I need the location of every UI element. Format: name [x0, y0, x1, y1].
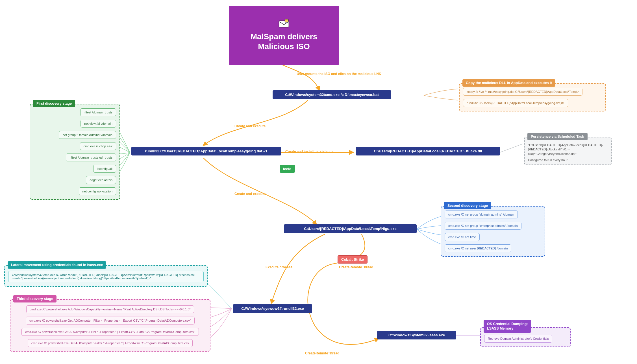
- cmd-pill: cmd.exe /C powershell.exe Get-ADComputer…: [21, 328, 199, 336]
- tag-iceid: IceId: [280, 165, 295, 173]
- group-third-discovery: Third discovery stage cmd.exe /C powersh…: [10, 299, 210, 352]
- edge-label-exec: Execute process: [266, 265, 292, 269]
- node-syswow[interactable]: C:\Windows\syswow64\rundll32.exe: [233, 304, 312, 313]
- cmd-pill: net view /all /domain: [81, 120, 116, 128]
- cmd-pill: cmd.exe /C powershell.exe Get-ADComputer…: [28, 339, 193, 347]
- edge-label-ce2: Create and execute: [234, 192, 266, 196]
- edge-label-persist: Create and install persistence: [285, 150, 333, 154]
- group-copy-dll: Copy the malicious DLL in AppData and ex…: [459, 83, 606, 111]
- node-cmd[interactable]: C:\Windows\system32\cmd.exe /c D:\max\ey…: [273, 90, 391, 99]
- group-header: Persistence via Scheduled Task: [527, 133, 588, 140]
- cmd-pill: nltest /domain_trusts /all_trusts: [66, 154, 116, 161]
- tag-cobalt: Cobalt Strike: [338, 255, 368, 264]
- node-nigu[interactable]: C:\Users\[REDACTED]\AppData\Local\Temp\N…: [284, 224, 417, 233]
- cmd-pill: net group "Domain Admins" /domain: [59, 131, 116, 139]
- edge-label-ce1: Create and execute: [234, 124, 266, 128]
- cmd-pill: cmd.exe /c chcp >&2: [80, 142, 116, 150]
- group-header: Lateral movement using credentials found…: [8, 261, 106, 269]
- group-first-discovery: First discovery stage nltest /domain_tru…: [30, 104, 120, 200]
- persist-line1: "C:\Users\[REDACTED]\AppData\Local\[REDA…: [528, 143, 608, 156]
- svg-rect-1: [285, 19, 288, 22]
- root-title-l2: Malicious ISO: [258, 41, 310, 51]
- cmd-pill: cmd.exe /C net user [REDACTED] /domain: [445, 244, 511, 252]
- cmd-pill: cmd.exe /C powershell.exe Get-ADComputer…: [26, 317, 195, 324]
- group-persistence: Persistence via Scheduled Task "C:\Users…: [524, 137, 612, 165]
- cmd-pill: nltest /domain_trusts: [80, 108, 116, 116]
- cmd-pill: cmd.exe /C net group "domain admins" /do…: [445, 210, 518, 218]
- group-header: Third discovery stage: [13, 295, 56, 302]
- cmd-pill: cmd.exe /C net time: [445, 233, 480, 241]
- cmd-pill: net config workstation: [79, 187, 116, 195]
- node-lsass[interactable]: C:\Windows\System32\lsass.exe: [377, 331, 456, 339]
- group-header: OS Credential Dumping:LSASS Memory: [484, 320, 531, 333]
- cmd-pill: Retrieve Domain Administrator's Credenti…: [484, 335, 552, 343]
- cmd-pill: C:\Windows\system32\cmd.exe /C wmic /nod…: [8, 271, 204, 282]
- group-cred-dump: OS Credential Dumping:LSASS Memory Retri…: [480, 327, 571, 347]
- edge-label-crt2: CreateRemoteThread: [305, 351, 339, 355]
- mail-icon: [278, 19, 290, 28]
- node-rundll[interactable]: rundll32 C:\Users\[REDACTED]\AppData\Loc…: [131, 147, 281, 155]
- cmd-pill: cmd.exe /C net group "enterprise admins"…: [445, 222, 521, 230]
- group-second-discovery: Second discovery stage cmd.exe /C net gr…: [441, 206, 545, 257]
- cmd-pill: cmd.exe /C powershell.exe Add-WindowsCap…: [26, 305, 194, 313]
- cmd-pill: rundll32 C:\Users\[REDACTED]\AppData\Loc…: [463, 99, 568, 107]
- root-node[interactable]: MalSpam delivers Malicious ISO: [229, 6, 339, 65]
- cmd-pill: adget.exe ad.zip: [86, 176, 116, 184]
- persist-line2: Configured to run every hour: [528, 158, 608, 162]
- group-lateral: Lateral movement using credentials found…: [4, 265, 208, 287]
- edge-label-crt1: CreateRemoteThread: [339, 265, 373, 269]
- group-header: First discovery stage: [33, 100, 75, 107]
- cmd-pill: ipconfig /all: [93, 165, 116, 173]
- edge-label-mount: User mounts the ISO and clics on the mal…: [294, 72, 384, 76]
- node-utucka[interactable]: C:\Users\[REDACTED]\AppData\Local\[REDAC…: [356, 147, 500, 155]
- group-header: Second discovery stage: [444, 202, 491, 209]
- root-title-l1: MalSpam delivers: [251, 32, 318, 41]
- cmd-pill: xcopy /s /i /e /h max\easygoing.dat C:\U…: [463, 88, 582, 96]
- group-header: Copy the malicious DLL in AppData and ex…: [462, 79, 555, 87]
